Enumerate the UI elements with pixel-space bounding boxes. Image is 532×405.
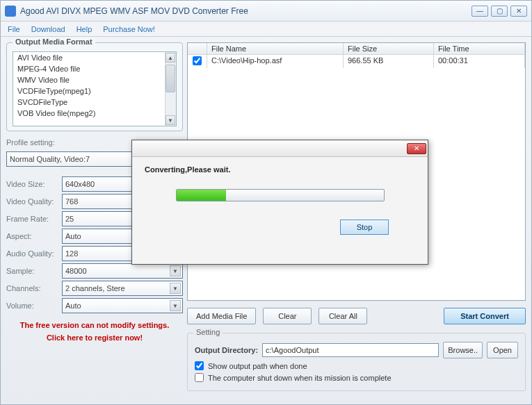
frame-rate-value: 25 bbox=[65, 215, 74, 223]
app-icon bbox=[5, 6, 16, 17]
output-format-group: Output Media Format AVI Video file MPEG-… bbox=[6, 42, 183, 131]
row-checkbox[interactable] bbox=[193, 56, 202, 65]
chevron-down-icon[interactable]: ▼ bbox=[170, 265, 181, 276]
volume-value: Auto bbox=[65, 301, 81, 310]
list-item[interactable]: SVCDFileType bbox=[13, 97, 176, 108]
shutdown-label: The computer shut down when its mission … bbox=[208, 374, 392, 382]
shutdown-checkbox-row[interactable]: The computer shut down when its mission … bbox=[195, 373, 518, 382]
cell-name: C:\Video\Hip-hop.asf bbox=[207, 55, 344, 68]
channels-combo[interactable]: 2 channels, Stere▼ bbox=[62, 281, 183, 296]
open-button[interactable]: Open bbox=[487, 342, 518, 358]
output-dir-label: Output Directory: bbox=[195, 346, 258, 354]
aspect-label: Aspect: bbox=[6, 229, 62, 243]
minimize-button[interactable]: — bbox=[471, 6, 488, 17]
chevron-down-icon[interactable]: ▼ bbox=[170, 283, 181, 294]
sample-combo[interactable]: 48000▼ bbox=[62, 263, 183, 279]
dialog-close-button[interactable]: ✕ bbox=[407, 143, 426, 154]
dialog-titlebar: ✕ bbox=[132, 140, 428, 157]
col-check bbox=[188, 43, 207, 55]
list-item[interactable]: MPEG-4 Video file bbox=[13, 63, 176, 74]
menu-file[interactable]: File bbox=[8, 25, 20, 33]
clear-button[interactable]: Clear bbox=[263, 308, 312, 324]
frame-rate-label: Frame Rate: bbox=[6, 212, 62, 226]
scroll-thumb[interactable] bbox=[166, 65, 175, 92]
progress-fill bbox=[177, 190, 227, 201]
audio-quality-label: Audio Quality: bbox=[6, 247, 62, 261]
audio-quality-value: 128 bbox=[65, 249, 78, 258]
shutdown-checkbox[interactable] bbox=[195, 373, 204, 382]
stop-button[interactable]: Stop bbox=[340, 220, 389, 235]
maximize-button[interactable]: ▢ bbox=[491, 6, 508, 17]
video-size-label: Video Size: bbox=[6, 177, 62, 191]
add-media-button[interactable]: Add Media File bbox=[187, 308, 256, 324]
show-path-label: Show output path when done bbox=[208, 362, 307, 370]
cell-size: 966.55 KB bbox=[344, 55, 434, 68]
chevron-down-icon[interactable]: ▼ bbox=[170, 300, 181, 311]
video-size-value: 640x480 bbox=[65, 180, 95, 188]
channels-value: 2 channels, Stere bbox=[65, 284, 125, 292]
cell-time: 00:00:31 bbox=[434, 55, 525, 68]
table-row[interactable]: C:\Video\Hip-hop.asf 966.55 KB 00:00:31 bbox=[188, 55, 525, 68]
col-time[interactable]: File Time bbox=[434, 43, 525, 55]
titlebar: Agood AVI DIVX MPEG WMV ASF MOV DVD Conv… bbox=[1, 1, 531, 22]
list-item[interactable]: AVI Video file bbox=[13, 52, 176, 63]
dialog-message: Converting,Please wait. bbox=[145, 165, 415, 174]
scrollbar[interactable]: ▲ ▼ bbox=[165, 52, 176, 126]
free-msg-line1: The free version can not modify settings… bbox=[6, 320, 183, 332]
browse-button[interactable]: Browse.. bbox=[443, 342, 483, 358]
scroll-down-icon[interactable]: ▼ bbox=[166, 115, 175, 125]
video-quality-value: 768 bbox=[65, 197, 78, 206]
free-version-message[interactable]: The free version can not modify settings… bbox=[6, 315, 183, 348]
channels-label: Channels: bbox=[6, 281, 62, 295]
video-quality-label: Video Quality: bbox=[6, 195, 62, 208]
setting-title: Setting bbox=[193, 328, 223, 336]
list-item[interactable]: WMV Video file bbox=[13, 74, 176, 85]
menu-download[interactable]: Download bbox=[31, 25, 65, 33]
aspect-value: Auto bbox=[65, 232, 81, 240]
col-name[interactable]: File Name bbox=[207, 43, 344, 55]
window-title: Agood AVI DIVX MPEG WMV ASF MOV DVD Conv… bbox=[20, 6, 471, 16]
menu-help[interactable]: Help bbox=[76, 25, 92, 33]
sample-value: 48000 bbox=[65, 267, 87, 275]
profile-value: Normal Quality, Video:7 bbox=[10, 155, 90, 163]
sample-label: Sample: bbox=[6, 264, 62, 278]
converting-dialog: ✕ Converting,Please wait. Stop bbox=[131, 140, 428, 265]
start-convert-button[interactable]: Start Convert bbox=[444, 308, 526, 324]
close-button[interactable]: ✕ bbox=[510, 6, 527, 17]
free-msg-line2[interactable]: Click here to register now! bbox=[6, 332, 183, 345]
show-path-checkbox-row[interactable]: Show output path when done bbox=[195, 361, 518, 370]
profile-label: Profile setting: bbox=[6, 135, 62, 149]
col-size[interactable]: File Size bbox=[344, 43, 434, 55]
menu-purchase[interactable]: Purchase Now! bbox=[103, 25, 155, 33]
clear-all-button[interactable]: Clear All bbox=[319, 308, 367, 324]
show-path-checkbox[interactable] bbox=[195, 361, 204, 370]
volume-label: Volume: bbox=[6, 299, 62, 313]
scroll-up-icon[interactable]: ▲ bbox=[166, 53, 175, 63]
output-setting-group: Setting Output Directory: Browse.. Open … bbox=[187, 333, 526, 391]
output-dir-input[interactable] bbox=[262, 343, 439, 357]
output-format-title: Output Media Format bbox=[13, 38, 95, 46]
output-format-list[interactable]: AVI Video file MPEG-4 Video file WMV Vid… bbox=[13, 51, 177, 126]
list-item[interactable]: VCDFileType(mpeg1) bbox=[13, 85, 176, 97]
menubar: File Download Help Purchase Now! bbox=[1, 22, 531, 37]
list-item[interactable]: VOB Video file(mpeg2) bbox=[13, 108, 176, 119]
volume-combo[interactable]: Auto▼ bbox=[62, 298, 183, 313]
progress-bar bbox=[176, 189, 385, 201]
